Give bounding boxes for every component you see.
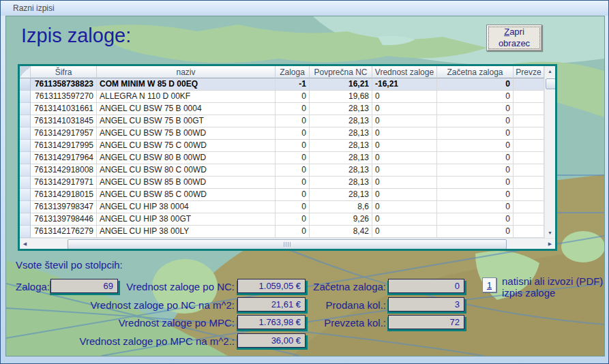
cell-zacetna_zaloga[interactable]: 0 (437, 115, 514, 127)
cell-sifra[interactable]: 7613141031661 (31, 103, 97, 115)
cell-vrednost_zaloge[interactable]: 0 (372, 226, 437, 238)
cell-prevzeta[interactable] (514, 226, 544, 238)
row-selector[interactable] (20, 189, 31, 201)
cell-sifra[interactable]: 7613142917995 (31, 140, 97, 152)
scroll-up-icon[interactable]: ▲ (545, 66, 555, 76)
cell-sifra[interactable]: 7613113597270 (31, 91, 97, 103)
table-row[interactable]: 7611358738823COM MINIM W 85 D 00EQ-116,2… (20, 78, 544, 91)
cell-prevzeta[interactable] (514, 127, 544, 140)
cell-zaloga[interactable]: 0 (276, 115, 310, 127)
cell-prevzeta[interactable] (514, 177, 544, 189)
cell-vrednost_zaloge[interactable]: 0 (372, 103, 437, 115)
table-row[interactable]: 7613139798347ANGEL CU HIP 38 000408,600 (20, 201, 544, 213)
scroll-right-icon[interactable]: ▶ (545, 239, 555, 249)
cell-povprecna_nc[interactable]: 28,13 (310, 140, 372, 152)
cell-prevzeta[interactable] (514, 164, 544, 177)
cell-vrednost_zaloge[interactable]: 0 (372, 201, 437, 213)
cell-prevzeta[interactable] (514, 91, 544, 103)
cell-naziv[interactable]: ANGEL CU HIP 38 00GT (97, 213, 276, 226)
row-selector[interactable] (20, 91, 31, 103)
cell-zaloga[interactable]: 0 (276, 152, 310, 164)
cell-zacetna_zaloga[interactable]: 0 (437, 152, 514, 164)
cell-zacetna_zaloga[interactable]: 0 (437, 78, 514, 91)
cell-sifra[interactable]: 7611358738823 (31, 78, 97, 91)
column-header-zacetna_zaloga[interactable]: Začetna zaloga (437, 66, 514, 78)
vrednost-mpc-field[interactable]: 1.763,98 € (237, 315, 306, 329)
row-selector[interactable] (20, 103, 31, 115)
cell-povprecna_nc[interactable]: 8,42 (310, 226, 372, 238)
cell-naziv[interactable]: ALLEGRA N 110 D 00KF (97, 91, 276, 103)
cell-sifra[interactable]: 7613141031845 (31, 115, 97, 127)
cell-povprecna_nc[interactable]: 28,13 (310, 152, 372, 164)
row-selector[interactable] (20, 164, 31, 177)
column-header-sifra[interactable]: Šifra (31, 66, 97, 78)
row-selector[interactable] (20, 78, 31, 91)
row-selector[interactable] (20, 127, 31, 140)
table-row[interactable]: 7613142917995ANGEL CU BSW 75 C 00WD028,1… (20, 140, 544, 152)
table-row[interactable]: 7613142917957ANGEL CU BSW 75 B 00WD028,1… (20, 127, 544, 140)
cell-prevzeta[interactable] (514, 201, 544, 213)
cell-naziv[interactable]: COM MINIM W 85 D 00EQ (97, 78, 276, 91)
prevzeta-kol-field[interactable]: 72 (388, 315, 464, 329)
row-selector[interactable] (20, 201, 31, 213)
column-header-povprecna_nc[interactable]: Povprečna NC (310, 66, 372, 78)
cell-zacetna_zaloga[interactable]: 0 (437, 226, 514, 238)
cell-zaloga[interactable]: 0 (276, 103, 310, 115)
cell-prevzeta[interactable] (514, 152, 544, 164)
table-row[interactable]: 7613113597270ALLEGRA N 110 D 00KF019,680… (20, 91, 544, 103)
cell-prevzeta[interactable] (514, 140, 544, 152)
cell-naziv[interactable]: ANGEL CU HIP 38 00LY (97, 226, 276, 238)
row-selector[interactable] (20, 226, 31, 238)
table-row[interactable]: 7613142918015ANGEL CU BSW 85 C 00WD028,1… (20, 189, 544, 201)
column-header-zaloga[interactable]: Zaloga (276, 66, 310, 78)
prodana-kol-field[interactable]: 3 (388, 297, 464, 312)
row-selector[interactable] (20, 115, 31, 127)
vrednost-nc-m2-field[interactable]: 21,61 € (237, 297, 306, 312)
cell-prevzeta[interactable] (514, 189, 544, 201)
horizontal-scrollbar[interactable]: ◀ ▶ (20, 238, 555, 249)
cell-povprecna_nc[interactable]: 28,13 (310, 115, 372, 127)
vertical-scrollbar[interactable]: ▲ ▼ (544, 66, 555, 238)
cell-zacetna_zaloga[interactable]: 0 (437, 127, 514, 140)
cell-sifra[interactable]: 7613142176279 (31, 226, 97, 238)
table-row[interactable]: 7613142917971ANGEL CU BSW 85 B 00WD028,1… (20, 177, 544, 189)
cell-zaloga[interactable]: 0 (276, 213, 310, 226)
cell-zaloga[interactable]: 0 (276, 164, 310, 177)
scroll-left-icon[interactable]: ◀ (20, 239, 30, 249)
cell-povprecna_nc[interactable]: 9,26 (310, 213, 372, 226)
cell-sifra[interactable]: 7613142918015 (31, 189, 97, 201)
cell-zaloga[interactable]: -1 (276, 78, 310, 91)
print-export-button[interactable]: 1 (482, 277, 496, 292)
cell-prevzeta[interactable] (514, 213, 544, 226)
window-titlebar[interactable]: Razni izpisi (1, 1, 608, 16)
cell-naziv[interactable]: ANGEL CU BSW 85 C 00WD (97, 189, 276, 201)
cell-povprecna_nc[interactable]: 28,13 (310, 164, 372, 177)
scroll-down-icon[interactable]: ▼ (545, 228, 555, 238)
row-selector[interactable] (20, 152, 31, 164)
cell-zacetna_zaloga[interactable]: 0 (437, 164, 514, 177)
vertical-scrollbar-thumb[interactable] (546, 78, 556, 89)
cell-vrednost_zaloge[interactable]: 0 (372, 189, 437, 201)
cell-zaloga[interactable]: 0 (276, 189, 310, 201)
cell-zacetna_zaloga[interactable]: 0 (437, 103, 514, 115)
cell-vrednost_zaloge[interactable]: -16,21 (372, 78, 437, 91)
cell-sifra[interactable]: 7613142918008 (31, 164, 97, 177)
row-selector[interactable] (20, 140, 31, 152)
column-header-naziv[interactable]: naziv (97, 66, 276, 78)
cell-povprecna_nc[interactable]: 8,6 (310, 201, 372, 213)
row-selector[interactable] (20, 177, 31, 189)
cell-naziv[interactable]: ANGEL CU BSW 75 B 00GT (97, 115, 276, 127)
cell-sifra[interactable]: 7613142917964 (31, 152, 97, 164)
table-row[interactable]: 7613141031661ANGEL CU BSW 75 B 0004028,1… (20, 103, 544, 115)
cell-zacetna_zaloga[interactable]: 0 (437, 201, 514, 213)
cell-prevzeta[interactable] (514, 115, 544, 127)
cell-zaloga[interactable]: 0 (276, 177, 310, 189)
column-header-prevzeta[interactable]: Prevze (514, 66, 544, 78)
cell-zaloga[interactable]: 0 (276, 226, 310, 238)
cell-vrednost_zaloge[interactable]: 0 (372, 177, 437, 189)
cell-vrednost_zaloge[interactable]: 0 (372, 91, 437, 103)
select-all-corner[interactable] (20, 66, 31, 78)
cell-naziv[interactable]: ANGEL CU BSW 75 B 00WD (97, 127, 276, 140)
zacetna-zaloga-field[interactable]: 0 (388, 279, 464, 293)
close-form-button[interactable]: Zapri obrazec (486, 25, 542, 51)
